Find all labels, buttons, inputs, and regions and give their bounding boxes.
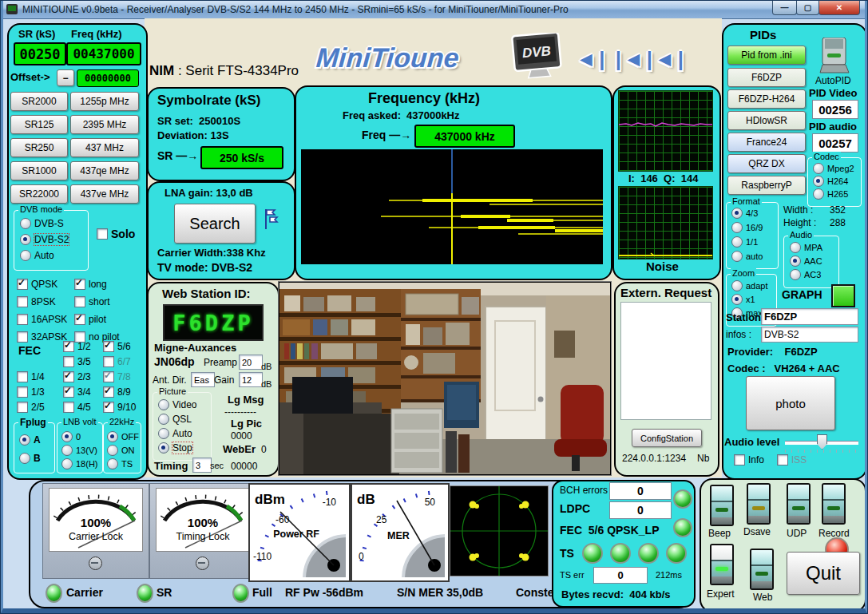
radio-icon[interactable] [731,294,743,305]
expert-switch[interactable] [710,544,734,585]
zoom-option[interactable]: x1 [731,294,755,305]
checkbox-icon[interactable] [63,356,74,367]
modulation-option[interactable]: QPSK [17,279,57,290]
timing-input[interactable]: 3 [192,458,212,473]
pid-preset-button[interactable]: RaspberryP [727,176,806,195]
format-option[interactable]: 16/9 [731,222,763,233]
search-button[interactable]: Search [174,204,256,244]
extern-request-list[interactable] [620,302,711,420]
radio-icon[interactable] [790,256,801,267]
lnb-option[interactable]: 18(H) [61,458,98,469]
fec-option[interactable]: 6/7 [103,356,131,367]
khz22-option[interactable]: TS [107,458,133,469]
checkbox-icon[interactable] [17,386,28,398]
radio-icon[interactable] [731,251,743,262]
preset-freq-button[interactable]: 2395 MHz [70,115,139,134]
offset-minus-button[interactable]: − [57,69,74,86]
checkbox-icon[interactable] [103,356,114,367]
ant-dir-input[interactable]: Eas [191,372,215,387]
checkbox-icon[interactable] [63,386,74,398]
fec-option[interactable]: 4/5 [63,402,91,413]
fec-option[interactable]: 3/4 [63,386,91,398]
checkbox-icon[interactable] [97,228,108,240]
checkbox-icon[interactable] [17,331,28,343]
modulation-option[interactable]: 8PSK [17,296,56,307]
radio-icon[interactable] [61,431,73,442]
checkbox-icon[interactable] [63,402,74,413]
checkbox-icon[interactable] [74,314,85,325]
radio-icon[interactable] [158,399,169,410]
checkbox-icon[interactable] [17,314,28,325]
checkbox-icon[interactable] [103,371,114,382]
radio-icon[interactable] [731,280,743,291]
preset-sr-button[interactable]: SR1000 [10,161,68,180]
pid-preset-button[interactable]: QRZ DX [727,154,806,173]
radio-icon[interactable] [19,453,30,464]
radio-icon[interactable] [790,269,801,280]
checkbox-icon[interactable] [103,341,114,352]
maximize-button[interactable]: ▢ [796,1,819,15]
framing-option[interactable]: long [74,279,107,290]
preset-sr-button[interactable]: SR22000 [10,184,68,204]
checkbox-icon[interactable] [17,371,28,382]
radio-icon[interactable] [20,234,31,245]
fec-option[interactable]: 3/5 [63,356,91,367]
codec-option[interactable]: H264 [813,176,848,187]
pid-preset-button[interactable]: HDlowSR [727,111,806,130]
dvb-mode-option[interactable]: DVB-S2 [20,234,69,245]
photo-button[interactable]: photo [746,376,835,430]
checkbox-icon[interactable] [63,341,74,352]
pid-preset-button[interactable]: France24 [727,133,806,152]
picture-option[interactable]: QSL [158,414,192,425]
radio-icon[interactable] [158,428,169,439]
radio-icon[interactable] [107,458,118,469]
picture-option[interactable]: Stop [158,442,192,454]
radio-icon[interactable] [61,458,73,469]
picture-option[interactable]: Auto [158,428,192,439]
pid-preset-button[interactable]: F6DZP-H264 [727,89,806,109]
radio-icon[interactable] [61,445,73,456]
checkbox-icon[interactable] [63,371,74,382]
fec-option[interactable]: 8/9 [103,386,131,398]
zoom-option[interactable]: adapt [731,280,768,291]
checkbox-icon[interactable] [17,279,28,290]
radio-icon[interactable] [158,442,169,454]
station-input[interactable]: F6DZP [761,308,858,325]
preset-freq-button[interactable]: 1255p MHz [70,92,139,111]
fec-option[interactable]: 9/10 [103,402,136,413]
minimize-button[interactable]: — [772,1,797,15]
dsave-switch[interactable] [747,483,771,525]
codec-option[interactable]: H265 [813,188,848,200]
checkbox-icon[interactable] [103,386,114,398]
radio-icon[interactable] [20,250,31,261]
fec-option[interactable]: 1/3 [17,386,45,398]
beep-switch[interactable] [710,485,734,526]
framing-option[interactable]: short [74,296,110,307]
preset-sr-button[interactable]: SR125 [10,115,68,134]
fec-option[interactable]: 1/4 [17,371,45,382]
radio-icon[interactable] [20,218,31,229]
radio-icon[interactable] [731,222,743,233]
checkbox-icon[interactable] [17,402,28,413]
preset-sr-button[interactable]: SR2000 [10,92,68,111]
fec-option[interactable]: 1/2 [63,341,91,352]
graph-button[interactable] [831,284,855,307]
lnb-option[interactable]: 13(V) [61,445,97,456]
format-option[interactable]: auto [731,251,763,262]
dvb-mode-option[interactable]: Auto [20,250,54,261]
framing-option[interactable]: pilot [74,314,106,325]
fec-option[interactable]: 5/6 [103,341,131,352]
audio-option[interactable]: AAC [790,256,822,267]
audio-option[interactable]: AC3 [790,269,821,280]
modulation-option[interactable]: 16APSK [17,314,67,325]
solo-checkbox[interactable]: Solo [97,228,135,240]
pid-preset-button[interactable]: F6DZP [727,68,806,87]
radio-icon[interactable] [107,445,118,456]
checkbox-icon[interactable] [17,296,28,307]
pid-audio-value[interactable]: 00257 [812,133,858,153]
quit-button[interactable]: Quit [787,552,860,595]
fplug-option[interactable]: A [19,434,41,446]
iss-checkbox[interactable]: ISS [777,454,807,465]
khz22-option[interactable]: ON [107,445,135,456]
preset-freq-button[interactable]: 437qe MHz [70,161,139,180]
